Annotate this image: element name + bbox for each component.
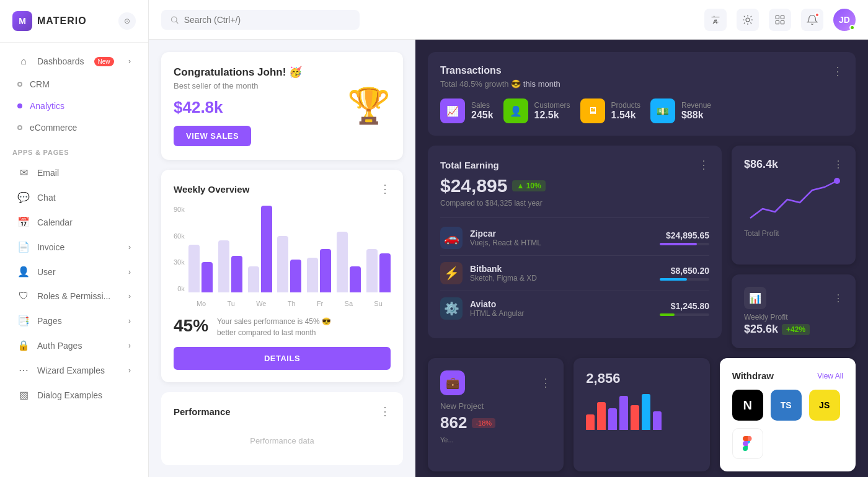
sidebar-item-chat[interactable]: 💬 Chat: [5, 185, 143, 209]
sidebar-item-auth[interactable]: 🔒 Auth Pages ›: [5, 333, 143, 357]
sidebar-item-ecommerce[interactable]: eCommerce: [5, 117, 143, 138]
sidebar-label-wizard: Wizard Examples: [37, 365, 105, 375]
transactions-title: Transactions: [440, 65, 502, 76]
bar-chart: [188, 206, 391, 292]
chat-icon: 💬: [17, 191, 30, 203]
search-icon: [170, 15, 179, 25]
sidebar-item-email[interactable]: ✉ Email: [5, 160, 143, 185]
svg-point-6: [834, 178, 840, 184]
profit-column: $86.4k ⋮ Total Profit 📊: [732, 146, 856, 348]
nextjs-logo[interactable]: N: [732, 390, 763, 421]
sidebar: M MATERIO ⊙ ⌂ Dashboards New › CRM Analy…: [0, 0, 149, 477]
stat-products: 🖥 Products 1.54k: [580, 98, 640, 123]
sidebar-label-calendar: Calendar: [37, 217, 73, 227]
new-project-sublabel: Ye...: [440, 436, 551, 444]
sidebar-label-user: User: [37, 267, 56, 277]
transactions-menu-button[interactable]: ⋮: [832, 64, 843, 78]
earning-header: Total Earning ⋮: [440, 158, 709, 172]
transactions-card: Transactions ⋮ Total 48.5% growth 😎 this…: [428, 52, 856, 136]
project-menu-button[interactable]: ⋮: [540, 376, 551, 390]
performance-menu-button[interactable]: ⋮: [379, 405, 391, 418]
figma-logo[interactable]: [732, 428, 763, 459]
sidebar-label-invoice: Invoice: [37, 242, 64, 252]
mini-bar-header: 2,856: [586, 370, 697, 387]
sidebar-label-ecommerce: eCommerce: [30, 123, 77, 133]
sales-value: 245k: [471, 110, 494, 121]
bar-purple-6: [379, 253, 391, 292]
transactions-header: Transactions ⋮: [440, 64, 843, 78]
weekly-profit-menu[interactable]: ⋮: [833, 292, 843, 304]
sidebar-item-dashboards[interactable]: ⌂ Dashboards New ›: [5, 50, 143, 73]
aviato-logo: ⚙️: [440, 297, 463, 320]
withdraw-card: Withdraw View All N TS JS: [720, 358, 856, 471]
sidebar-item-crm[interactable]: CRM: [5, 74, 143, 95]
customers-value: 12.5k: [534, 110, 570, 121]
transactions-subtitle: Total 48.5% growth 😎 this month: [440, 79, 843, 89]
bar-purple-5: [350, 266, 361, 292]
search-bar[interactable]: [161, 10, 360, 30]
notification-button[interactable]: [801, 9, 823, 31]
chevron-user: ›: [128, 268, 131, 276]
bar-group-Fr: [307, 249, 332, 292]
sidebar-label-email: Email: [37, 168, 59, 178]
profit-menu-button[interactable]: ⋮: [833, 159, 843, 170]
revenue-icon: 💵: [650, 98, 675, 123]
total-profit-card: $86.4k ⋮ Total Profit: [732, 146, 856, 265]
calendar-icon: 📅: [17, 216, 30, 228]
congrats-amount: $42.8k: [174, 98, 302, 117]
bar-light-2: [248, 266, 259, 292]
right-content: Transactions ⋮ Total 48.5% growth 😎 this…: [415, 40, 868, 477]
mini-bar-5: [642, 394, 650, 430]
sidebar-item-invoice[interactable]: 📄 Invoice ›: [5, 235, 143, 259]
withdraw-view-all[interactable]: View All: [817, 372, 843, 380]
sidebar-item-analytics[interactable]: Analytics: [5, 95, 143, 116]
javascript-logo[interactable]: JS: [809, 390, 840, 421]
chart-icon: 📊: [744, 287, 766, 309]
congrats-title: Congratulations John! 🥳: [174, 66, 302, 79]
earning-item-zipcar: 🚗 Zipcar Vuejs, React & HTML $24,895.65: [440, 221, 709, 256]
svg-rect-3: [781, 15, 784, 19]
sidebar-item-pages[interactable]: 📑 Pages ›: [5, 309, 143, 333]
aviato-tech: HTML & Angular: [470, 309, 525, 318]
bar-light-6: [366, 249, 378, 292]
total-profit-header: $86.4k ⋮: [744, 158, 843, 171]
bar-purple-1: [231, 256, 242, 292]
grid-icon: [774, 14, 786, 25]
search-input[interactable]: [184, 15, 351, 25]
user-avatar[interactable]: JD: [833, 9, 856, 31]
dialog-icon: ▧: [17, 389, 30, 401]
dot-icon: [17, 82, 22, 87]
sales-label: Sales: [471, 101, 494, 110]
stat-sales: 📈 Sales 245k: [440, 98, 494, 123]
sidebar-label-roles: Roles & Permissi...: [37, 291, 110, 301]
weekly-menu-button[interactable]: ⋮: [379, 182, 391, 196]
typescript-logo[interactable]: TS: [771, 390, 802, 421]
transactions-month: this month: [523, 79, 560, 89]
revenue-value: $88k: [681, 110, 711, 121]
products-label: Products: [611, 101, 640, 110]
sidebar-toggle-button[interactable]: ⊙: [118, 12, 136, 30]
details-button[interactable]: DETAILS: [174, 347, 391, 370]
grid-button[interactable]: [769, 9, 791, 31]
bar-light-0: [188, 245, 200, 292]
translate-button[interactable]: [704, 9, 727, 31]
mini-bars: [586, 393, 697, 430]
home-icon: ⌂: [17, 56, 30, 67]
customers-label: Customers: [534, 101, 570, 110]
earning-menu-button[interactable]: ⋮: [698, 158, 709, 172]
new-badge: New: [94, 57, 114, 66]
theme-toggle-button[interactable]: [737, 9, 759, 31]
sidebar-item-wizard[interactable]: ⋯ Wizard Examples ›: [5, 358, 143, 382]
sidebar-item-dialog[interactable]: ▧ Dialog Examples: [5, 383, 143, 407]
tech-logos: N TS JS: [732, 390, 843, 459]
mini-bar-1: [597, 402, 606, 430]
sidebar-item-user[interactable]: 👤 User ›: [5, 260, 143, 284]
chart-y-labels: 90k 60k 30k 0k: [174, 206, 188, 292]
products-value: 1.54k: [611, 110, 640, 121]
new-project-card: 💼 ⋮ New Project 862 -18% Ye...: [428, 358, 564, 471]
stat-customers: 👤 Customers 12.5k: [503, 98, 570, 123]
topbar: JD: [149, 0, 868, 40]
sidebar-item-roles[interactable]: 🛡 Roles & Permissi... ›: [5, 284, 143, 308]
view-sales-button[interactable]: VIEW SALES: [174, 126, 251, 146]
sidebar-item-calendar[interactable]: 📅 Calendar: [5, 210, 143, 234]
